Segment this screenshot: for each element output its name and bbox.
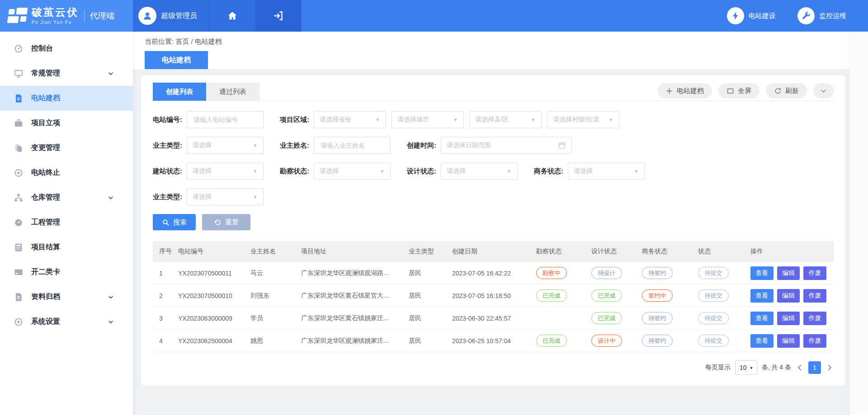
page-tab-station-archive[interactable]: 电站建档 (145, 51, 208, 69)
actions-cell: 查看编辑作废 (750, 266, 834, 280)
survey-status-select[interactable]: 请选择▼ (314, 163, 391, 180)
tab-create-list[interactable]: 创建列表 (153, 83, 206, 101)
nav-monitoring-ops[interactable]: 监控运维 (797, 7, 846, 24)
status-cell: 待签约 (642, 312, 698, 324)
sidebar-item-briefcase[interactable]: 项目立项 (0, 111, 133, 135)
reset-button[interactable]: 重置 (202, 214, 250, 230)
filter-label: 创建时间: (407, 141, 436, 150)
logo-subtitle: Po Jian Yun Fu (32, 20, 79, 25)
status-cell: 待签约 (642, 267, 698, 279)
status-badge: 已完成 (536, 335, 567, 347)
reset-icon (214, 219, 222, 226)
view-button[interactable]: 查看 (750, 312, 774, 325)
filter-row: 业主类型:请选择▼业主姓名:创建时间:请选择日期范围 (153, 137, 834, 154)
cell: 马云 (250, 269, 301, 277)
page-prev-button[interactable] (796, 364, 804, 372)
create-station-button[interactable]: 电站建档 (657, 83, 712, 98)
filter-row: 建站状态:请选择▼勘察状态:请选择▼设计状态:请选择▼商务状态:请选择▼ (153, 163, 834, 180)
briefcase-icon (14, 118, 24, 128)
tab-passed-list[interactable]: 通过列表 (206, 83, 259, 101)
cell: 广东深圳龙华区观澜镇姚家庄... (301, 337, 409, 345)
sidebar-item-monitor[interactable]: 常规管理 (0, 61, 133, 86)
cell: YX2023063000009 (178, 315, 250, 322)
fullscreen-button[interactable]: 全屏 (718, 83, 760, 98)
user-menu[interactable]: 超级管理员 (133, 0, 209, 32)
logout-button[interactable] (255, 0, 302, 32)
sidebar-item-document[interactable]: 电站建档 (0, 86, 133, 111)
table-row: 3YX2023063000009学员广东深圳龙华区黄石镇姚家庄...居民2023… (153, 307, 834, 330)
sidebar-item-target[interactable]: 电站终止 (0, 160, 133, 185)
view-button[interactable]: 查看 (750, 289, 774, 303)
sidebar-item-label: 项目结算 (31, 242, 122, 252)
sidebar-item-calculator[interactable]: 项目结算 (0, 235, 133, 260)
owner-type-select-2[interactable]: 请选择▼ (187, 188, 264, 205)
build-status-select[interactable]: 请选择▼ (187, 163, 264, 180)
sidebar-item-label: 系统设置 (31, 317, 107, 326)
sidebar-item-settings[interactable]: 系统设置 (0, 309, 133, 334)
column-header: 勘察状态 (536, 247, 591, 256)
refresh-icon (774, 87, 782, 95)
sidebar-item-card[interactable]: 开二类卡 (0, 260, 133, 284)
city-select[interactable]: 请选择城市▼ (392, 111, 464, 128)
sidebar-item-archive[interactable]: 资料归档 (0, 284, 133, 309)
sidebar-item-dashboard[interactable]: 控制台 (0, 36, 133, 61)
total-count-label: 条, 共 4 条 (762, 364, 791, 372)
edit-button[interactable]: 编辑 (777, 334, 800, 348)
station-table: 序号电站编号业主姓名项目地址业主类型创建日期勘察状态设计状态商务状态状态操作1Y… (153, 241, 834, 352)
edit-button[interactable]: 编辑 (777, 312, 800, 325)
view-button[interactable]: 查看 (750, 266, 774, 280)
filter-label: 勘察状态: (280, 167, 309, 176)
status-badge: 待签约 (642, 267, 673, 279)
sidebar-item-gauge[interactable]: 工程管理 (0, 210, 133, 235)
per-page-select[interactable]: 10 ▾ (735, 360, 757, 375)
more-button[interactable] (813, 83, 834, 98)
void-button[interactable]: 作废 (803, 289, 826, 303)
chevron-down-icon (107, 294, 114, 301)
column-header: 电站编号 (178, 247, 250, 256)
status-badge: 待提交 (698, 289, 729, 302)
exit-icon (273, 10, 284, 21)
sidebar-item-copy[interactable]: 变更管理 (0, 135, 133, 160)
breadcrumb-prefix: 当前位置: (145, 37, 174, 45)
sidebar-item-sitemap[interactable]: 仓库管理 (0, 185, 133, 210)
created-range-input[interactable]: 请选择日期范围 (441, 137, 572, 154)
owner-name-input[interactable] (314, 137, 391, 154)
edit-button[interactable]: 编辑 (777, 289, 800, 303)
filter-label: 业主类型: (153, 141, 182, 150)
void-button[interactable]: 作废 (803, 266, 826, 280)
town-select[interactable]: 请选择村镇/街道▼ (547, 111, 619, 128)
station-code-input[interactable] (187, 111, 264, 128)
page-next-button[interactable] (826, 364, 834, 372)
actions-cell: 查看编辑作废 (750, 289, 834, 303)
province-select[interactable]: 请选择省份▼ (314, 111, 386, 128)
cell: 居民 (409, 314, 452, 322)
void-button[interactable]: 作废 (803, 334, 826, 348)
owner-type-select[interactable]: 请选择▼ (187, 137, 264, 154)
void-button[interactable]: 作废 (803, 312, 826, 325)
design-status-select[interactable]: 请选择▼ (441, 163, 518, 180)
nav-label: 电站建设 (749, 12, 776, 20)
sidebar-item-label: 资料归档 (31, 292, 107, 302)
topbar: 当前位置: 首页 / 电站建档 电站建档 (133, 32, 850, 69)
breadcrumb-home-link[interactable]: 首页 (175, 37, 189, 45)
cell: 2 (153, 292, 178, 299)
breadcrumb: 当前位置: 首页 / 电站建档 (145, 37, 850, 46)
placeholder-text: 请选择村镇/街道 (553, 116, 605, 124)
county-select[interactable]: 请选择县/区▼ (469, 111, 542, 128)
home-button[interactable] (209, 0, 255, 32)
sidebar: 控制台 常规管理 电站建档 项目立项 变更管理 电站终止 仓库管理 工程管理 项… (0, 32, 133, 415)
status-cell: 已完成 (591, 312, 642, 324)
copy-icon (14, 143, 24, 153)
scrollbar-track[interactable] (849, 32, 868, 415)
chevron-down-icon (107, 318, 114, 326)
refresh-button[interactable]: 刷新 (766, 83, 807, 98)
search-button[interactable]: 搜索 (153, 214, 196, 230)
column-header: 项目地址 (301, 247, 409, 256)
column-header: 业主类型 (409, 247, 452, 256)
nav-station-construction[interactable]: 电站建设 (727, 7, 776, 24)
page-number[interactable]: 1 (808, 361, 821, 374)
business-status-select[interactable]: 请选择▼ (568, 163, 645, 180)
cell: 学员 (250, 314, 301, 322)
edit-button[interactable]: 编辑 (777, 266, 800, 280)
view-button[interactable]: 查看 (750, 334, 774, 348)
